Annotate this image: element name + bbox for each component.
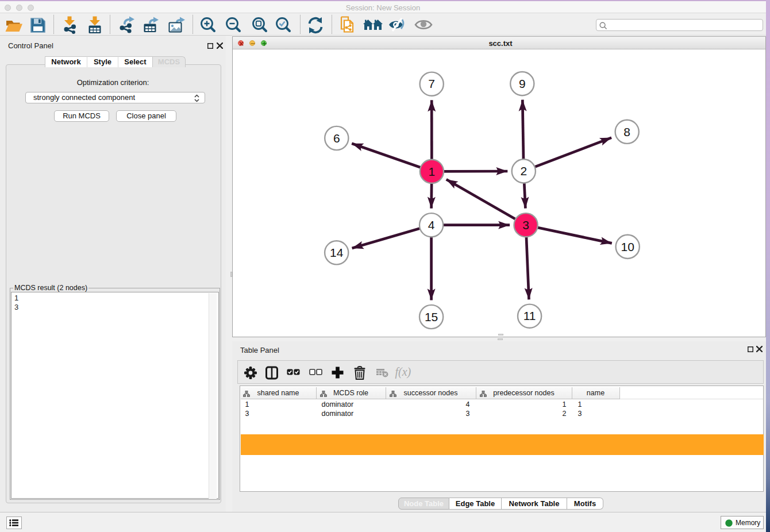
svg-text:2: 2 — [520, 164, 527, 178]
svg-text:6: 6 — [333, 132, 340, 145]
svg-text:15: 15 — [425, 310, 438, 323]
svg-text:10: 10 — [621, 240, 634, 253]
svg-text:3: 3 — [522, 218, 529, 232]
svg-text:4: 4 — [428, 218, 435, 232]
svg-text:8: 8 — [623, 125, 630, 138]
svg-text:7: 7 — [428, 77, 435, 90]
svg-text:14: 14 — [330, 246, 344, 259]
svg-text:9: 9 — [519, 77, 526, 90]
svg-text:11: 11 — [523, 309, 536, 322]
svg-text:1: 1 — [429, 165, 436, 178]
